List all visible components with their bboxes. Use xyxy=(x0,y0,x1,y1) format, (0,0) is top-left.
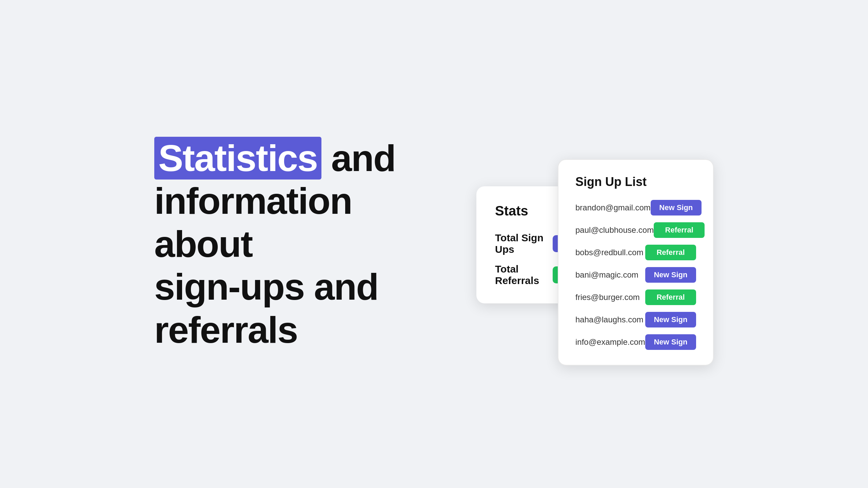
signup-email-4: fries@burger.com xyxy=(575,293,640,302)
signup-list-card: Sign Up List brandon@gmail.com New Sign … xyxy=(558,159,714,365)
main-container: Statistics and information about sign-up… xyxy=(0,0,868,488)
signup-email-3: bani@magic.com xyxy=(575,270,638,280)
signup-btn-2[interactable]: Referral xyxy=(645,245,696,260)
signup-row-5: haha@laughs.com New Sign xyxy=(575,312,696,327)
signup-row-6: info@example.com New Sign xyxy=(575,334,696,350)
hero-line2: information about xyxy=(154,180,352,265)
hero-line4: referrals xyxy=(154,309,297,351)
signup-btn-4[interactable]: Referral xyxy=(645,289,696,305)
hero-line1-rest: and xyxy=(321,137,395,179)
signup-row-2: bobs@redbull.com Referral xyxy=(575,245,696,260)
stat-label-signups: Total Sign Ups xyxy=(495,232,553,255)
hero-title: Statistics and information about sign-up… xyxy=(154,137,409,352)
left-section: Statistics and information about sign-up… xyxy=(154,137,409,352)
hero-line3: sign-ups and xyxy=(154,266,378,307)
signup-btn-1[interactable]: Referral xyxy=(654,222,705,238)
signup-row-1: paul@clubhouse.com Referral xyxy=(575,222,696,238)
signup-btn-3[interactable]: New Sign xyxy=(645,267,696,283)
signup-btn-6[interactable]: New Sign xyxy=(645,334,696,350)
highlighted-word: Statistics xyxy=(154,137,321,180)
signup-btn-5[interactable]: New Sign xyxy=(645,312,696,327)
signup-email-0: brandon@gmail.com xyxy=(575,203,651,212)
signup-email-1: paul@clubhouse.com xyxy=(575,225,654,235)
signup-list-title: Sign Up List xyxy=(575,175,696,189)
stat-label-referrals: Total Referrals xyxy=(495,263,553,286)
signup-btn-0[interactable]: New Sign xyxy=(651,200,702,215)
signup-email-5: haha@laughs.com xyxy=(575,315,643,324)
signup-row-0: brandon@gmail.com New Sign xyxy=(575,200,696,215)
signup-email-6: info@example.com xyxy=(575,337,645,347)
signup-email-2: bobs@redbull.com xyxy=(575,248,643,257)
signup-row-3: bani@magic.com New Sign xyxy=(575,267,696,283)
signup-row-4: fries@burger.com Referral xyxy=(575,289,696,305)
right-section: Stats Total Sign Ups 103 Total Referrals… xyxy=(476,159,714,329)
